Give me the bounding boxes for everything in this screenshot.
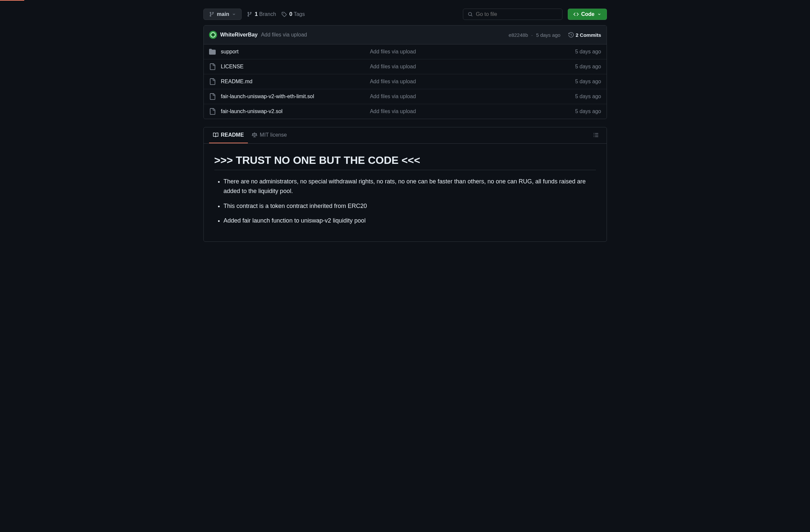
latest-commit-header: WhiteRiverBay Add files via upload e8224… (204, 26, 606, 45)
commits-history-link[interactable]: 2 Commits (568, 32, 601, 38)
branches-link[interactable]: 1 Branch (247, 11, 276, 17)
branch-icon (247, 12, 252, 17)
file-search-input[interactable] (476, 11, 557, 17)
book-icon (213, 132, 218, 138)
file-commit-link[interactable]: Add files via upload (370, 64, 416, 69)
file-commit-link[interactable]: Add files via upload (370, 79, 416, 84)
file-name-link[interactable]: fair-launch-uniswap-v2-with-eth-limit.so… (221, 94, 314, 99)
readme-panel: README MIT license >>> TRUST NO ONE BUT … (204, 127, 607, 242)
history-icon (568, 32, 574, 37)
list-icon (593, 132, 599, 138)
file-name-link[interactable]: LICENSE (221, 64, 244, 69)
readme-heading: >>> TRUST NO ONE BUT THE CODE <<< (214, 154, 596, 170)
file-icon (209, 78, 216, 85)
file-row: fair-launch-uniswap-v2.solAdd files via … (204, 104, 606, 119)
readme-bullet: There are no administrators, no special … (224, 177, 596, 196)
file-date: 5 days ago (575, 49, 601, 55)
commit-date: 5 days ago (536, 32, 560, 38)
file-list-panel: WhiteRiverBay Add files via upload e8224… (204, 25, 607, 119)
file-row: README.mdAdd files via upload5 days ago (204, 74, 606, 89)
file-commit-link[interactable]: Add files via upload (370, 109, 416, 114)
tags-link[interactable]: 0 Tags (281, 11, 305, 17)
file-date: 5 days ago (575, 109, 601, 114)
commit-message-link[interactable]: Add files via upload (261, 32, 307, 38)
tab-license[interactable]: MIT license (248, 127, 291, 143)
file-icon (209, 63, 216, 70)
tab-readme[interactable]: README (209, 127, 248, 143)
readme-tabs: README MIT license (204, 127, 606, 144)
file-date: 5 days ago (575, 64, 601, 70)
law-icon (252, 132, 257, 138)
file-date: 5 days ago (575, 94, 601, 100)
branch-icon (209, 12, 214, 17)
repo-toolbar: main 1 Branch 0 Tags Code (204, 9, 607, 20)
commit-sha[interactable]: e82248b (509, 32, 528, 38)
folder-icon (209, 48, 216, 55)
code-icon (573, 12, 579, 17)
chevron-down-icon (597, 12, 601, 16)
readme-bullet: This contract is a token contract inheri… (224, 201, 596, 211)
file-commit-link[interactable]: Add files via upload (370, 49, 416, 54)
file-commit-link[interactable]: Add files via upload (370, 94, 416, 99)
file-date: 5 days ago (575, 79, 601, 85)
file-search-box[interactable] (463, 9, 563, 20)
code-button[interactable]: Code (568, 9, 607, 20)
file-icon (209, 93, 216, 100)
file-name-link[interactable]: README.md (221, 79, 253, 84)
file-name-link[interactable]: fair-launch-uniswap-v2.sol (221, 109, 283, 114)
outline-button[interactable] (591, 130, 601, 141)
commit-author-link[interactable]: WhiteRiverBay (220, 32, 258, 38)
file-row: supportAdd files via upload5 days ago (204, 45, 606, 60)
tag-icon (281, 12, 287, 17)
search-icon (468, 12, 473, 17)
readme-bullet: Added fair launch function to uniswap-v2… (224, 216, 596, 226)
branch-selector-button[interactable]: main (204, 9, 242, 20)
file-row: fair-launch-uniswap-v2-with-eth-limit.so… (204, 89, 606, 104)
readme-content: >>> TRUST NO ONE BUT THE CODE <<< There … (204, 144, 606, 242)
file-name-link[interactable]: support (221, 49, 239, 54)
file-row: LICENSEAdd files via upload5 days ago (204, 60, 606, 74)
avatar-icon (210, 32, 216, 37)
chevron-down-icon (232, 12, 236, 16)
avatar[interactable] (209, 31, 217, 39)
branch-name: main (217, 11, 229, 17)
file-icon (209, 108, 216, 115)
